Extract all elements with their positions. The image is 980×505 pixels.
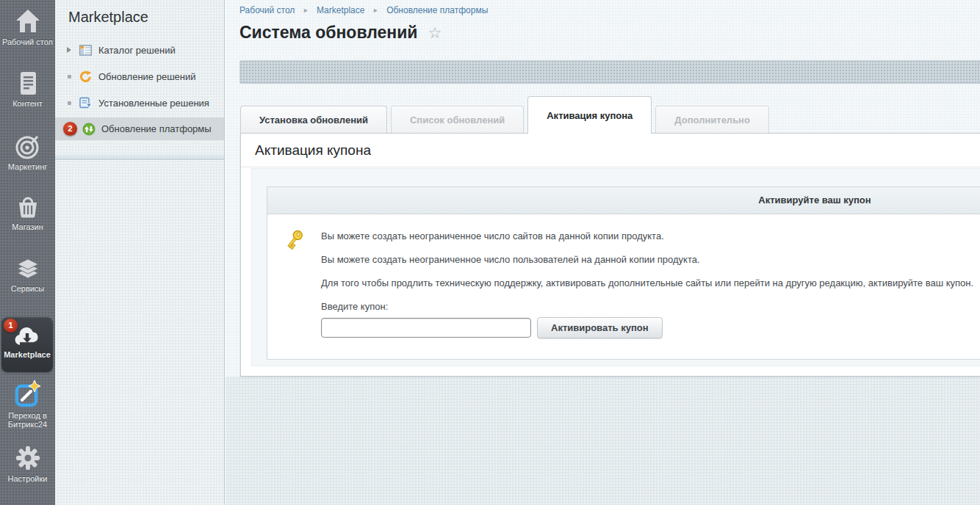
gear-icon (0, 444, 55, 472)
sidebar-item-catalog[interactable]: Каталог решений (55, 39, 224, 61)
rail-item-label: Контент (0, 99, 55, 108)
basket-icon (0, 194, 55, 220)
page-title: Система обновлений (239, 23, 418, 43)
breadcrumb-separator-icon: ▸ (304, 6, 308, 14)
sidebar-item-label: Установленные решения (98, 98, 209, 109)
rail-item-content[interactable]: Контент (0, 70, 55, 108)
coupon-form-wrapper: Активируйте ваш купон Вы можете создать … (251, 168, 980, 366)
rail-item-label: Маркетинг (0, 162, 55, 171)
key-icon (285, 229, 304, 252)
rail-item-marketing[interactable]: Маркетинг (0, 134, 55, 171)
breadcrumb-link-platform-update[interactable]: Обновление платформы (386, 5, 488, 15)
coupon-input-row: Активировать купон (321, 317, 980, 338)
title-row: Система обновлений ☆ (239, 23, 442, 43)
coupon-info-text: Вы можете создать неограниченное число с… (321, 230, 980, 338)
rail-item-label: Переход в Битрикс24 (0, 411, 55, 429)
rail-item-label: Сервисы (0, 284, 55, 293)
tab-additional: Дополнительно (655, 106, 769, 133)
sidebar-item-label: Обновление решений (98, 71, 196, 82)
solutions-catalog-icon (79, 45, 93, 56)
tab-updates-list: Список обновлений (391, 106, 524, 133)
rail-item-desktop[interactable]: Рабочий стол (0, 7, 55, 46)
tab-bar: Установка обновлений Список обновлений А… (240, 95, 980, 133)
sidebar-item-label: Каталог решений (98, 45, 176, 56)
bullet-icon (67, 101, 79, 105)
tab-coupon-activation[interactable]: Активация купона (527, 96, 652, 134)
installed-solutions-icon (79, 97, 93, 109)
coupon-panel-header: Активируйте ваш купон (267, 187, 980, 214)
sidebar-item-label: Обновление платформы (101, 123, 212, 134)
breadcrumb-link-marketplace[interactable]: Marketplace (317, 5, 364, 15)
rail-item-services[interactable]: Сервисы (0, 257, 55, 293)
info-paragraph: Для того чтобы продлить техническую подд… (321, 277, 980, 288)
coupon-panel-body: Вы можете создать неограниченное число с… (267, 214, 980, 359)
coupon-panel: Активируйте ваш купон Вы можете создать … (267, 186, 980, 360)
platform-update-icon (82, 123, 96, 136)
rail-item-label: Магазин (0, 222, 55, 231)
sidebar-item-solution-updates[interactable]: Обновление решений (55, 65, 224, 87)
rail-item-bitrix24[interactable]: Переход в Битрикс24 (0, 379, 55, 429)
platform-update-badge: 2 (63, 122, 77, 136)
bitrix24-magic-icon (0, 379, 55, 409)
expander-arrow-icon[interactable] (67, 47, 79, 53)
activate-coupon-button[interactable]: Активировать купон (537, 317, 663, 338)
refresh-icon (79, 70, 93, 83)
breadcrumb: Рабочий стол ▸ Marketplace ▸ Обновление … (239, 5, 488, 15)
rail-item-settings[interactable]: Настройки (0, 444, 55, 483)
document-icon (0, 70, 55, 97)
sidebar-item-platform-update[interactable]: 2 Обновление платформы (55, 117, 224, 140)
rail-item-shop[interactable]: Магазин (0, 194, 55, 231)
favorite-star-icon[interactable]: ☆ (428, 24, 442, 42)
rail-item-marketplace[interactable]: 1 Marketplace (1, 317, 53, 372)
info-paragraph: Вы можете создать неограниченное число п… (321, 254, 980, 265)
layers-icon (0, 257, 55, 282)
main-area: Рабочий стол ▸ Marketplace ▸ Обновление … (225, 0, 980, 505)
rail-item-label: Настройки (0, 474, 55, 483)
coupon-input-label: Введите купон: (321, 301, 980, 312)
content-heading: Активация купона (241, 134, 980, 167)
tab-content: Активация купона Активируйте ваш купон В… (240, 133, 980, 377)
breadcrumb-link-desktop[interactable]: Рабочий стол (239, 5, 295, 15)
bitrix-admin-screen: Рабочий стол Контент Маркетинг Магазин С (0, 0, 980, 505)
bullet-icon (67, 75, 79, 79)
home-icon (0, 7, 55, 35)
breadcrumb-separator-icon: ▸ (374, 6, 378, 14)
info-paragraph: Вы можете создать неограниченное число с… (321, 230, 980, 241)
rail-item-label: Marketplace (1, 350, 53, 359)
rail-item-label: Рабочий стол (0, 37, 55, 46)
coupon-input[interactable] (321, 318, 531, 338)
toolbar-strip (239, 60, 980, 84)
tab-install-updates[interactable]: Установка обновлений (240, 106, 387, 133)
sidebar-item-installed-solutions[interactable]: Установленные решения (55, 92, 224, 114)
marketplace-badge: 1 (4, 319, 18, 333)
sidebar-divider (55, 153, 224, 160)
secondary-sidebar: Marketplace Каталог решений Обновление р… (55, 0, 225, 505)
left-rail: Рабочий стол Контент Маркетинг Магазин С (0, 0, 55, 505)
target-icon (0, 134, 55, 160)
sidebar-title: Marketplace (55, 0, 224, 26)
